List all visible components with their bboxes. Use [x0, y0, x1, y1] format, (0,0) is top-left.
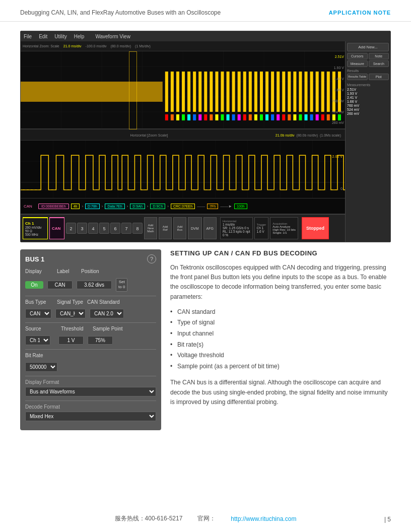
search-button[interactable]: Search — [369, 60, 389, 67]
svg-rect-20 — [204, 72, 207, 112]
note-button[interactable]: Note — [369, 53, 389, 59]
stopped-button[interactable]: Stopped — [302, 217, 329, 239]
svg-rect-63 — [265, 114, 268, 120]
menu-edit[interactable]: Edit — [39, 34, 47, 39]
add-ref-btn[interactable]: AddRef — [159, 217, 172, 239]
set-to-0-button[interactable]: Setto 0 — [116, 278, 127, 292]
bullet-list: CAN standard Type of signal Input channe… — [170, 307, 391, 372]
channel-2-btn[interactable]: 2 — [66, 223, 76, 234]
website-url[interactable]: http://www.rituchina.com — [231, 515, 296, 522]
bit-rate-row-label: Bit Rate — [25, 353, 156, 358]
svg-rect-28 — [249, 72, 252, 112]
bullet-item-6: Sample point (as a percent of bit time) — [170, 361, 391, 372]
svg-text:2.05 V: 2.05 V — [332, 155, 343, 158]
display-label: Display — [25, 269, 53, 274]
threshold-input[interactable] — [58, 336, 84, 345]
svg-rect-70 — [305, 114, 308, 120]
page-number: | 5 — [384, 516, 391, 523]
channel-7-btn[interactable]: 7 — [121, 223, 131, 234]
plot-button[interactable]: Plot — [369, 74, 389, 80]
channel-3-btn[interactable]: 3 — [77, 223, 87, 234]
source-row-inputs: Ch 1 — [25, 336, 156, 345]
bullet-item-1: CAN standard — [170, 307, 391, 318]
bus-display-row: Display Label Position — [25, 269, 156, 274]
trigger-info: Trigger Ch 1 1.6 V — [254, 217, 269, 239]
display-format-label: Display Format — [25, 379, 156, 385]
decode-field3: Data:7Eh — [105, 204, 124, 209]
svg-rect-58 — [238, 114, 241, 120]
channel-6-btn[interactable]: 6 — [110, 223, 120, 234]
svg-rect-21 — [210, 72, 213, 112]
svg-rect-15 — [176, 72, 179, 112]
results-table-button[interactable]: Results Table — [347, 74, 368, 80]
add-math-btn[interactable]: AddNewMath — [144, 217, 157, 239]
horizontal-info: Horizontal 1 ms/div SR: 1.25 GS/s 0 s RL… — [220, 217, 253, 239]
can-status-block: CAN — [49, 217, 64, 239]
decode-field5: D:9Ch — [150, 204, 165, 209]
add-new-button[interactable]: Add New... — [347, 43, 389, 51]
svg-rect-66 — [282, 114, 285, 120]
svg-rect-24 — [227, 72, 230, 112]
bus-help-button[interactable]: ? — [147, 254, 156, 263]
main-content-section: BUS 1 ? Display Label Position On Setto … — [20, 249, 391, 430]
decode-format-select[interactable]: Mixed Hex — [25, 412, 156, 421]
bus-config-panel: BUS 1 ? Display Label Position On Setto … — [20, 249, 161, 430]
decode-field6: 7Fh — [207, 204, 218, 209]
afg-btn[interactable]: AFG — [203, 217, 217, 239]
svg-rect-32 — [271, 72, 274, 112]
bullet-item-4: Bit rate(s) — [170, 340, 391, 351]
display-on-toggle[interactable]: On — [25, 281, 43, 289]
position-input[interactable] — [77, 281, 112, 289]
bus-display-inputs: On Setto 0 — [25, 278, 156, 292]
position-label: Position — [81, 269, 109, 274]
bit-rate-row-input: 500000 — [25, 362, 156, 372]
sample-point-input[interactable] — [88, 336, 113, 345]
measure-button[interactable]: Measure — [347, 60, 368, 67]
svg-rect-46 — [171, 114, 174, 120]
cursors-button[interactable]: Cursors — [347, 53, 368, 59]
svg-rect-27 — [243, 72, 246, 112]
bullet-item-2: Type of signal — [170, 317, 391, 328]
label-input[interactable] — [47, 281, 73, 289]
svg-rect-13 — [165, 72, 168, 112]
oscilloscope-screenshot: File Edit Utility Help Waveform View Add… — [20, 31, 391, 242]
bus-type-select[interactable]: CAN — [25, 309, 51, 318]
svg-rect-67 — [288, 114, 291, 120]
source-select[interactable]: Ch 1 — [25, 336, 50, 345]
decode-format-input-row: Mixed Hex — [25, 412, 156, 421]
svg-rect-69 — [299, 114, 302, 120]
svg-rect-56 — [227, 114, 230, 120]
add-bus-btn[interactable]: AddBus — [173, 217, 186, 239]
svg-rect-49 — [187, 114, 190, 120]
svg-rect-14 — [171, 72, 174, 112]
svg-rect-39 — [310, 72, 313, 112]
svg-rect-29 — [254, 72, 257, 112]
signal-type-select[interactable]: CAN_H — [55, 309, 86, 318]
menu-help[interactable]: Help — [74, 34, 85, 39]
decode-field2: D:78h — [85, 204, 100, 209]
can-standard-select[interactable]: CAN 2.0 — [90, 309, 124, 318]
bus-type-row-inputs: CAN CAN_H CAN 2.0 — [25, 309, 156, 318]
svg-rect-62 — [260, 114, 263, 120]
svg-rect-48 — [182, 114, 185, 120]
decode-id: ID:00BEBEBEh — [38, 204, 69, 209]
bit-rate-select[interactable]: 500000 — [25, 362, 57, 372]
svg-rect-45 — [165, 114, 168, 120]
channel-5-btn[interactable]: 5 — [99, 223, 109, 234]
svg-rect-36 — [293, 72, 296, 112]
bit-rate-label: Bit Rate — [25, 353, 53, 358]
menu-utility[interactable]: Utility — [54, 34, 66, 39]
bus-type-row-labels: Bus Type Signal Type CAN Standard — [25, 299, 156, 305]
channel-4-btn[interactable]: 4 — [88, 223, 98, 234]
channel-8-btn[interactable]: 8 — [132, 223, 143, 234]
meas-4: 1.66 V — [347, 100, 357, 103]
meas-2: 1.93 V — [347, 92, 357, 95]
display-format-select[interactable]: Bus and Waveforms — [25, 387, 156, 396]
results-label: Results — [347, 69, 389, 73]
svg-rect-33 — [277, 72, 280, 112]
menu-file[interactable]: File — [24, 34, 32, 39]
label-label: Label — [57, 269, 77, 274]
dvm-btn[interactable]: DVM — [188, 217, 202, 239]
svg-rect-23 — [221, 72, 224, 112]
svg-rect-50 — [193, 114, 196, 120]
